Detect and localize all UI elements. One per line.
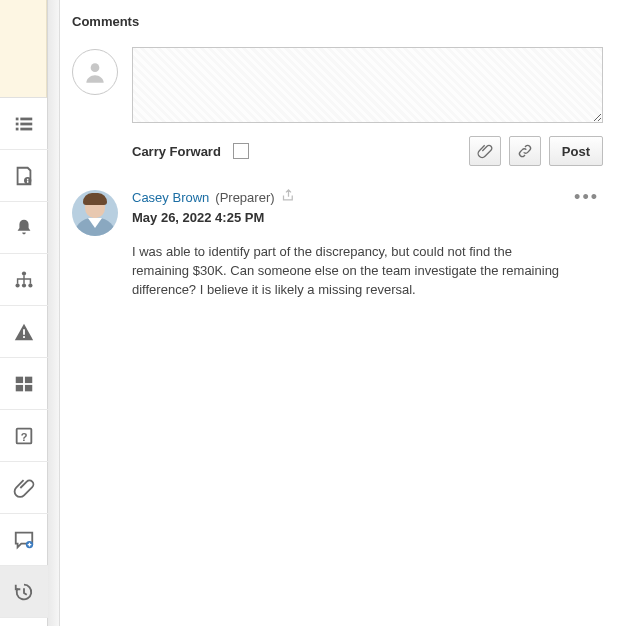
link-icon [517,143,533,159]
svg-text:?: ? [21,430,28,442]
svg-point-22 [91,63,100,72]
list-icon [13,113,35,135]
paperclip-icon [477,143,493,159]
svg-point-12 [28,283,32,287]
avatar [72,190,118,236]
svg-rect-17 [16,384,23,390]
composer-right: Carry Forward Post [132,47,603,166]
attach-button[interactable] [469,136,501,166]
comment-author-role: (Preparer) [215,190,274,205]
comment-composer: Carry Forward Post [72,47,603,166]
svg-point-11 [22,283,26,287]
sidebar-item-attachments[interactable] [0,462,48,514]
comment-author-link[interactable]: Casey Brown [132,190,209,205]
comment-body: Casey Brown (Preparer) ••• May 26, 2022 … [132,188,603,300]
help-icon: ? [13,425,35,447]
warning-icon [13,321,35,343]
carry-forward-label: Carry Forward [132,144,221,159]
comment-text: I was able to identify part of the discr… [132,243,572,300]
svg-rect-7 [27,178,28,179]
paperclip-icon [13,477,35,499]
comment-input[interactable] [132,47,603,123]
svg-rect-0 [16,117,19,120]
sidebar-item-comments[interactable] [0,514,48,566]
comment-item: Casey Brown (Preparer) ••• May 26, 2022 … [72,188,603,300]
comment-header: Casey Brown (Preparer) ••• [132,188,603,206]
history-icon [13,581,35,603]
comment-add-icon [13,529,35,551]
document-info-icon [13,165,35,187]
composer-toolbar: Carry Forward Post [132,136,603,166]
sidebar-header-pad [0,0,47,98]
svg-rect-14 [23,336,25,338]
svg-rect-13 [23,329,25,335]
comments-panel: Comments Carry Forward Post [60,0,621,310]
post-button[interactable]: Post [549,136,603,166]
sidebar-item-details[interactable] [0,150,48,202]
carry-forward-checkbox[interactable] [233,143,249,159]
avatar-placeholder [72,49,118,95]
share-icon[interactable] [281,188,296,206]
sidebar-item-worklist[interactable] [0,98,48,150]
sidebar-resize-strip[interactable] [48,0,60,626]
svg-rect-15 [16,376,23,382]
person-icon [82,59,108,85]
svg-point-10 [15,283,19,287]
svg-rect-18 [25,384,32,390]
sidebar-item-help[interactable]: ? [0,410,48,462]
link-button[interactable] [509,136,541,166]
svg-rect-4 [16,127,19,130]
more-actions-icon[interactable]: ••• [570,192,603,202]
comment-date: May 26, 2022 4:25 PM [132,210,603,225]
sidebar-item-layout[interactable] [0,358,48,410]
bell-icon [13,217,35,239]
svg-rect-16 [25,376,32,382]
sidebar-item-alerts[interactable] [0,202,48,254]
svg-rect-8 [27,180,28,182]
sidebar-item-hierarchy[interactable] [0,254,48,306]
sidebar: ? [0,0,48,626]
layout-icon [13,373,35,395]
svg-rect-5 [20,127,32,130]
svg-rect-1 [20,117,32,120]
svg-point-9 [22,271,26,275]
hierarchy-icon [13,269,35,291]
section-title: Comments [72,14,603,29]
sidebar-item-warnings[interactable] [0,306,48,358]
svg-rect-2 [16,122,19,125]
svg-rect-3 [20,122,32,125]
sidebar-item-history[interactable] [0,566,48,618]
